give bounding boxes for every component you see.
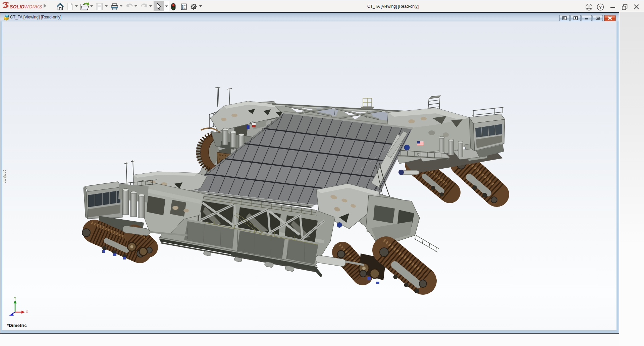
svg-text:X: X	[26, 310, 28, 314]
svg-text:?: ?	[599, 5, 602, 10]
svg-text:Y: Y	[14, 297, 16, 300]
svg-text:WORKS: WORKS	[24, 4, 42, 9]
svg-text:SOLID: SOLID	[10, 4, 24, 9]
